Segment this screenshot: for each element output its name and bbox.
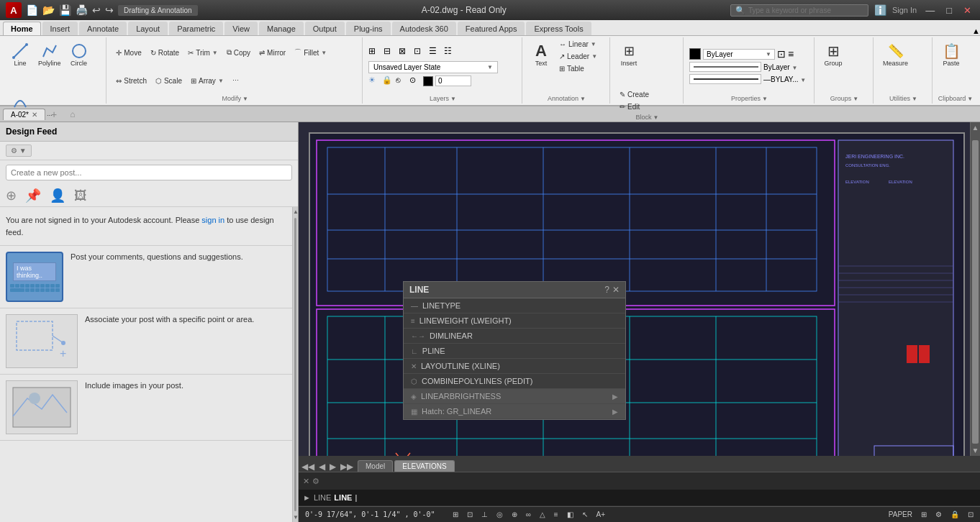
settings-icon[interactable]: ⚙ ▼ <box>6 145 32 157</box>
layer-name-input[interactable] <box>435 75 471 86</box>
tab-manage[interactable]: Manage <box>259 22 304 35</box>
tab-model[interactable]: Model <box>358 460 393 472</box>
sign-in-link[interactable]: sign in <box>201 216 224 224</box>
layer-state-dropdown[interactable]: Unsaved Layer State ▼ <box>368 61 498 73</box>
scrollbar-thumb[interactable] <box>294 218 296 511</box>
tab-autodesk360[interactable]: Autodesk 360 <box>392 22 456 35</box>
prop-panel-icon[interactable]: ≡ <box>788 48 794 60</box>
tab-elevations[interactable]: ELEVATIONS <box>394 460 454 472</box>
app-icon[interactable]: A <box>6 2 22 18</box>
ac-layoutline[interactable]: ✕ LAYOUTLINE (XLINE) <box>404 359 625 374</box>
layer-icon-1[interactable]: ⊞ <box>368 46 381 59</box>
mirror-button[interactable]: ⇌ Mirror <box>255 39 289 67</box>
edit-block-button[interactable]: ✏ Edit <box>616 101 653 112</box>
line-button[interactable]: Line <box>7 39 33 88</box>
otrack-icon[interactable]: ∞ <box>524 510 533 518</box>
tab-layout[interactable]: Layout <box>128 22 168 35</box>
tab-home[interactable]: Home <box>3 22 41 35</box>
command-input-text[interactable]: LINE <box>334 493 352 502</box>
measure-btn[interactable]: 📏 Measure <box>879 39 912 88</box>
layout-icon[interactable]: ⊞ <box>919 510 929 518</box>
scrollbar-down-arrow[interactable]: ▼ <box>293 513 298 522</box>
layer-dropdown-arrow[interactable]: ▼ <box>487 64 493 70</box>
leader-button[interactable]: ↗ Leader ▼ <box>555 51 601 62</box>
groups-btn[interactable]: ⊞ Group <box>820 39 846 88</box>
ribbon-more[interactable]: ▲ <box>972 27 980 35</box>
tab-parametric[interactable]: Parametric <box>169 22 223 35</box>
ac-linetype[interactable]: — LINETYPE <box>404 298 625 313</box>
sign-in-button[interactable]: Sign In <box>892 6 917 14</box>
print-icon[interactable]: 🖨️ <box>76 4 88 16</box>
color-swatch[interactable] <box>689 48 701 60</box>
array-button[interactable]: ⊞ Array ▼ <box>187 68 227 94</box>
paste-button[interactable]: 📋 Paste <box>938 39 964 88</box>
command-settings-btn[interactable]: ⚙ <box>312 477 319 486</box>
groups-group-label[interactable]: Groups ▼ <box>820 93 868 102</box>
clipboard-group-label[interactable]: Clipboard ▼ <box>938 93 973 102</box>
open-file-icon[interactable]: 📂 <box>42 4 55 16</box>
block-dropdown-icon[interactable]: ▼ <box>653 114 659 121</box>
tab-output[interactable]: Output <box>305 22 345 35</box>
draw-scroll-thumb[interactable] <box>972 140 979 444</box>
command-input-row[interactable]: ► LINE LINE | <box>299 490 980 505</box>
feed-person-icon[interactable]: 👤 <box>50 188 65 203</box>
layer-icon-3[interactable]: ⊠ <box>399 46 412 59</box>
scale-button[interactable]: ⬡ Scale <box>152 68 186 94</box>
groups-dropdown-icon[interactable]: ▼ <box>853 96 858 102</box>
start-view-icon[interactable]: ⌂ <box>65 108 79 121</box>
lineweight-dropdown[interactable]: —BYLAY... ▼ <box>763 75 806 83</box>
ac-lineweight[interactable]: ≡ LINEWEIGHT (LWEIGHT) <box>404 313 625 329</box>
command-close-btn[interactable]: ✕ <box>303 477 309 486</box>
selection-icon[interactable]: ↖ <box>580 510 590 518</box>
tab-insert[interactable]: Insert <box>42 22 78 35</box>
linear-dropdown-icon[interactable]: ▼ <box>591 41 596 47</box>
draw-scroll-down[interactable]: ▼ <box>971 445 980 456</box>
modify-dropdown-icon[interactable]: ▼ <box>242 96 248 102</box>
annotation-group-label[interactable]: Annotation ▼ <box>528 93 605 102</box>
info-icon[interactable]: ℹ️ <box>874 4 886 16</box>
full-screen-icon[interactable]: ⊡ <box>966 510 976 518</box>
polyline-button[interactable]: Polyline <box>35 39 65 88</box>
clipboard-dropdown-icon[interactable]: ▼ <box>967 96 973 102</box>
tab-annotate[interactable]: Annotate <box>79 22 127 35</box>
move-button[interactable]: ✛ Move <box>112 39 145 67</box>
text-button[interactable]: A Text <box>528 39 554 88</box>
layout-nav-first[interactable]: ◀◀ <box>301 462 314 472</box>
annotate-scale-icon[interactable]: A+ <box>594 510 608 518</box>
feed-pin-icon[interactable]: 📌 <box>25 188 41 203</box>
fillet-button[interactable]: ⌒ Fillet ▼ <box>291 39 330 67</box>
draw-scroll-up[interactable]: ▲ <box>971 122 980 133</box>
paper-space-label[interactable]: PAPER <box>886 510 915 518</box>
layer-icon-5[interactable]: ☰ <box>429 46 442 59</box>
transparency-icon[interactable]: ◧ <box>565 510 576 518</box>
layout-nav-last[interactable]: ▶▶ <box>340 462 353 472</box>
save-icon[interactable]: 💾 <box>59 4 71 16</box>
redo-icon[interactable]: ↪ <box>105 4 114 16</box>
tab-plugins[interactable]: Plug-ins <box>346 22 391 35</box>
rotate-button[interactable]: ↻ Rotate <box>147 39 183 67</box>
drawing-area[interactable]: JERI ENGINEERING INC. CONSULTATION ENG. … <box>299 122 980 456</box>
workspace-icon[interactable]: ⚙ <box>933 510 944 518</box>
modify-more-btn[interactable]: ⋯ <box>229 68 242 94</box>
linetype-swatch[interactable] <box>689 62 761 72</box>
maximize-button[interactable]: □ <box>943 5 955 16</box>
workspace-selector[interactable]: Drafting & Annotation <box>118 5 198 16</box>
feed-location-icon[interactable]: ⊕ <box>6 188 17 203</box>
layer-prop-1[interactable]: ☀ <box>368 75 380 87</box>
drawing-scrollbar-right[interactable]: ▲ ▼ <box>970 122 980 456</box>
doc-tab-close[interactable]: ✕ <box>32 111 37 119</box>
modify-group-label[interactable]: Modify ▼ <box>112 93 358 102</box>
layer-icon-6[interactable]: ☷ <box>444 46 457 59</box>
close-button[interactable]: ✕ <box>961 5 974 16</box>
lineweight-swatch[interactable] <box>689 74 761 84</box>
ac-dimlinear[interactable]: ←→ DIMLINEAR <box>404 329 625 344</box>
layer-color-swatch[interactable] <box>423 76 433 86</box>
ac-pline[interactable]: ∟ PLINE <box>404 344 625 359</box>
design-feed-scrollbar[interactable]: ▲ ▼ <box>292 207 298 522</box>
snap-icon[interactable]: ⊞ <box>450 510 460 518</box>
utilities-dropdown-icon[interactable]: ▼ <box>912 96 917 102</box>
search-input[interactable] <box>748 6 863 14</box>
tab-view[interactable]: View <box>224 22 258 35</box>
ac-linearbrightness[interactable]: ◈ LINEARBRIGHTNESS ▶ <box>404 389 625 404</box>
linear-button[interactable]: ↔ Linear ▼ <box>555 39 601 50</box>
